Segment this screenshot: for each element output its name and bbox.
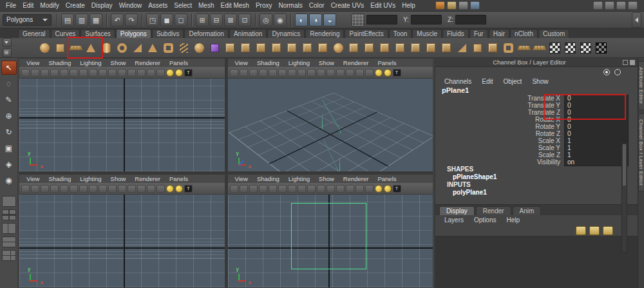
open-scene-icon[interactable]: ▥ [75,14,88,26]
create-layer-assign-selected-icon[interactable] [589,226,600,235]
viewport-menu-shading[interactable]: Shading [44,59,75,66]
film-gate-icon[interactable] [307,185,316,193]
smooth-shade-icon[interactable] [166,69,174,77]
make-live-icon[interactable]: ◎ [260,14,272,26]
poly-soccer-ball-icon[interactable] [192,41,206,55]
textured-mode-icon[interactable]: T [393,185,401,193]
viewport-menu-renderer[interactable]: Renderer [339,175,374,182]
layer-list[interactable] [435,236,638,288]
outliner-toggle-icon[interactable] [616,1,626,10]
poly-pyramid-icon[interactable] [146,41,160,55]
layer-tab-anim[interactable]: Anim [513,206,542,215]
shelf-tab-curves[interactable]: Curves [51,29,80,38]
transfer-attributes-icon[interactable] [362,41,376,55]
viewport-canvas-bottom-left[interactable]: yx [19,195,225,287]
smooth-icon[interactable] [331,41,345,55]
textured-mode-icon[interactable]: T [184,185,193,193]
cleanup-icon[interactable] [439,41,453,55]
panel-layout-icon[interactable] [605,1,614,10]
viewport-menu-show[interactable]: Show [314,175,339,182]
lock-camera-icon[interactable] [31,69,39,77]
input-z-field[interactable] [455,15,486,24]
quadrangulate-icon[interactable] [470,41,484,55]
shelf-tab-painteffects[interactable]: PaintEffects [345,29,388,38]
menu-window[interactable]: Window [116,1,146,10]
viewport-menu-shading[interactable]: Shading [44,175,75,182]
hotbox-controls-icon[interactable] [470,1,480,10]
poly-sphere-icon[interactable] [37,41,52,55]
viewport-menu-panels[interactable]: Panels [373,59,401,66]
gate-mask-icon[interactable] [118,69,126,77]
menu-file[interactable]: File [3,1,19,10]
triangulate-icon[interactable] [455,41,469,55]
field-chart-icon[interactable] [128,185,136,193]
shelf-tab-rendering[interactable]: Rendering [305,29,344,38]
move-tool-icon[interactable]: ⊕ [1,109,17,123]
wireframe-mode-icon[interactable] [156,69,165,77]
paint-reduce-weights-icon[interactable] [424,41,438,55]
grid-toggle-icon[interactable] [298,69,306,77]
ipr-render-icon[interactable]: ◑ [309,14,322,26]
grease-pencil-icon[interactable] [79,69,88,77]
menu-mesh[interactable]: Mesh [195,1,217,10]
shelf-tab-muscle[interactable]: Muscle [412,29,442,38]
textured-mode-icon[interactable]: T [393,69,401,77]
menu-edit-mesh[interactable]: Edit Mesh [217,1,252,10]
lock-camera-icon[interactable] [240,185,248,193]
make-hole-icon[interactable] [501,41,515,55]
favorites-icon[interactable] [435,1,445,10]
viewport-menu-panels[interactable]: Panels [165,59,193,66]
wireframe-mode-icon[interactable] [365,185,374,193]
poly-torus-icon[interactable] [115,41,129,55]
viewport-canvas-persp[interactable]: yx [228,79,433,171]
select-camera-icon[interactable] [21,185,30,193]
smooth-shade-icon[interactable] [375,69,383,77]
sculpt-geometry-icon[interactable] [223,41,237,55]
viewport-menu-view[interactable]: View [231,175,252,182]
safe-title-icon[interactable] [355,185,364,193]
layer-menu-help[interactable]: Help [501,216,525,224]
channelbox-menu-object[interactable]: Object [498,78,527,85]
new-scene-icon[interactable]: ▤ [61,14,74,26]
select-camera-icon[interactable] [230,185,238,193]
viewport-menu-lighting[interactable]: Lighting [284,175,314,182]
smooth-shade-icon[interactable] [166,185,174,193]
layer-menu-layers[interactable]: Layers [439,216,469,224]
image-plane-icon[interactable] [269,69,277,77]
create-empty-layer-icon[interactable] [576,226,586,235]
viewport-menu-renderer[interactable]: Renderer [130,59,165,66]
boolean-union-icon[interactable] [285,41,299,55]
viewport-menu-view[interactable]: View [22,175,44,182]
script-editor-icon[interactable] [459,1,468,10]
viewport-menu-view[interactable]: View [231,59,252,66]
grid-toggle-icon[interactable] [298,185,306,193]
use-all-lights-icon[interactable] [384,69,392,77]
field-chart-icon[interactable] [336,185,345,193]
lock-camera-icon[interactable] [31,185,39,193]
single-perspective-layout-icon[interactable] [2,196,16,207]
lasso-tool-icon[interactable]: ◌ [1,77,17,91]
persp-outliner-layout-icon[interactable] [2,223,16,234]
poly-cube-icon[interactable] [53,41,67,55]
speed-control-icon[interactable] [614,69,621,75]
film-gate-icon[interactable] [99,69,107,77]
gate-mask-icon[interactable] [118,185,126,193]
poly-cone-icon[interactable] [84,41,98,55]
grid-toggle-icon[interactable] [89,69,97,77]
lock-camera-icon[interactable] [240,69,248,77]
snap-to-curves-icon[interactable]: ⊟ [210,14,223,26]
channel-value-field[interactable]: on [564,158,629,166]
uv-editor-icon[interactable] [594,41,608,55]
four-view-layout-icon[interactable] [2,209,16,220]
select-object-icon[interactable]: ◼ [160,14,173,26]
film-gate-icon[interactable] [99,185,107,193]
redo-icon[interactable]: ↷ [125,14,138,26]
render-current-frame-icon[interactable]: ◐ [295,14,308,26]
poly-prism-icon[interactable] [130,41,144,55]
shelf-tab-animation[interactable]: Animation [229,29,267,38]
wireframe-mode-icon[interactable] [156,185,165,193]
use-all-lights-icon[interactable] [175,69,183,77]
channelbox-menu-show[interactable]: Show [527,78,553,85]
bookmark-icon[interactable] [259,69,267,77]
viewport-menu-lighting[interactable]: Lighting [75,59,106,66]
